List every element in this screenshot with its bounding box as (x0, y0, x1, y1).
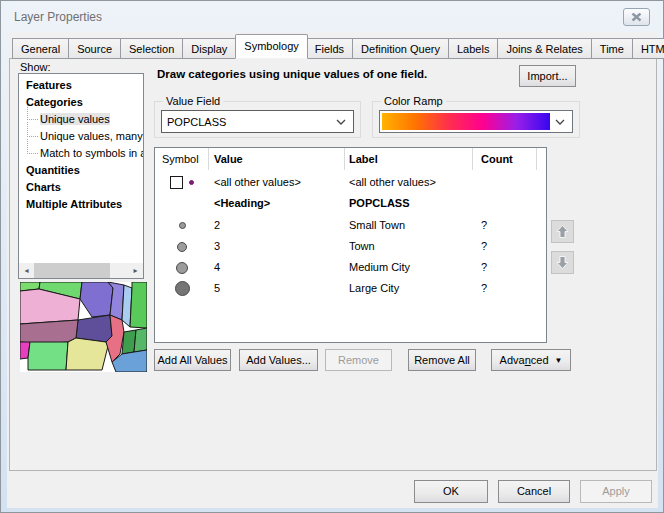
tree-item-match-symbols[interactable]: Match to symbols in a (19, 145, 143, 162)
color-ramp-group: Color Ramp (372, 101, 580, 138)
add-values-button[interactable]: Add Values... (239, 349, 318, 371)
remove-button[interactable]: Remove (325, 349, 392, 371)
add-all-values-button[interactable]: Add All Values (154, 349, 231, 371)
tree-horizontal-scrollbar[interactable]: ◂ ▸ (19, 263, 143, 278)
tab-symbology[interactable]: Symbology (235, 34, 307, 59)
tab-fields[interactable]: Fields (307, 38, 353, 59)
advanced-button[interactable]: Advanced▼ (491, 349, 571, 371)
gray-dot-icon (175, 281, 190, 296)
table-row-heading[interactable]: <Heading> POPCLASS (155, 193, 546, 214)
color-ramp-gradient (382, 113, 550, 130)
apply-button[interactable]: Apply (580, 480, 652, 503)
show-label: Show: (20, 61, 51, 73)
close-icon (631, 13, 642, 22)
tab-display[interactable]: Display (183, 38, 236, 59)
column-header-label[interactable]: Label (345, 148, 473, 170)
arrow-up-icon (555, 224, 570, 239)
remove-all-button[interactable]: Remove All (408, 349, 476, 371)
tab-joins-relates[interactable]: Joins & Relates (498, 38, 591, 59)
table-row[interactable]: 2 Small Town ? (155, 215, 546, 236)
state-polygon (20, 320, 78, 344)
purple-dot-icon (189, 180, 194, 185)
tab-strip: General Source Selection Display Symbolo… (12, 36, 664, 59)
column-header-symbol[interactable]: Symbol (155, 148, 209, 170)
all-other-values-symbol[interactable] (155, 172, 209, 193)
tab-time[interactable]: Time (592, 38, 633, 59)
move-up-button[interactable] (551, 220, 574, 243)
table-row[interactable]: <all other values> <all other values> (155, 172, 546, 193)
tab-source[interactable]: Source (69, 38, 121, 59)
states-map-thumbnail (20, 282, 147, 372)
state-polygon (76, 315, 112, 342)
tab-labels[interactable]: Labels (449, 38, 498, 59)
scrollbar-thumb[interactable] (34, 263, 110, 278)
tree-item-quantities[interactable]: Quantities (19, 162, 143, 179)
value-field-dropdown[interactable]: POPCLASS (161, 110, 354, 133)
gray-dot-icon (179, 222, 186, 229)
close-button[interactable] (623, 8, 650, 26)
table-row[interactable]: 3 Town ? (155, 236, 546, 257)
table-row[interactable]: 5 Large City ? (155, 278, 546, 299)
state-polygon (130, 282, 147, 328)
arrow-down-icon (555, 255, 570, 270)
value-field-group-label: Value Field (163, 95, 223, 107)
dialog-body: General Source Selection Display Symbolo… (7, 32, 658, 508)
color-ramp-group-label: Color Ramp (381, 95, 446, 107)
chevron-down-icon (336, 119, 346, 125)
gray-dot-icon (177, 242, 187, 252)
tab-selection[interactable]: Selection (121, 38, 183, 59)
symbology-tab-page: Show: Features Categories Unique values … (9, 58, 657, 471)
dialog-title: Layer Properties (14, 10, 102, 24)
tree-item-charts[interactable]: Charts (19, 179, 143, 196)
column-header-value[interactable]: Value (209, 148, 345, 170)
move-down-button[interactable] (551, 251, 574, 274)
state-polygon (80, 282, 113, 317)
chevron-down-icon (555, 119, 565, 125)
scroll-left-icon[interactable]: ◂ (19, 263, 34, 278)
state-polygon (66, 338, 108, 370)
column-header-count[interactable]: Count (473, 148, 537, 170)
color-ramp-dropdown[interactable] (379, 110, 573, 133)
ok-button[interactable]: OK (414, 480, 488, 503)
method-description: Draw categories using unique values of o… (157, 68, 427, 80)
table-row[interactable]: 4 Medium City ? (155, 257, 546, 278)
tab-general[interactable]: General (12, 38, 69, 59)
title-bar[interactable]: Layer Properties (1, 1, 663, 32)
tab-html-popup[interactable]: HTML Popup (633, 38, 664, 59)
table-header-row: Symbol Value Label Count (155, 148, 546, 170)
tree-item-features[interactable]: Features (19, 77, 143, 94)
map-preview (20, 282, 147, 372)
scroll-right-icon[interactable]: ▸ (128, 263, 143, 278)
state-polygon (28, 342, 68, 370)
cancel-button[interactable]: Cancel (498, 480, 570, 503)
all-other-values-checkbox[interactable] (170, 176, 183, 189)
import-button[interactable]: Import... (519, 65, 576, 87)
show-tree: Features Categories Unique values Unique… (18, 73, 144, 279)
state-polygon (134, 328, 147, 352)
tab-definition-query[interactable]: Definition Query (353, 38, 449, 59)
dropdown-caret-icon: ▼ (555, 351, 563, 371)
gray-dot-icon (176, 262, 188, 274)
value-field-selected: POPCLASS (162, 116, 226, 128)
tree-item-multiple-attributes[interactable]: Multiple Attributes (19, 196, 143, 213)
unique-values-table: Symbol Value Label Count <all other valu… (154, 147, 547, 343)
value-field-group: Value Field POPCLASS (154, 101, 361, 138)
layer-properties-dialog: Layer Properties General Source Selectio… (0, 0, 664, 513)
